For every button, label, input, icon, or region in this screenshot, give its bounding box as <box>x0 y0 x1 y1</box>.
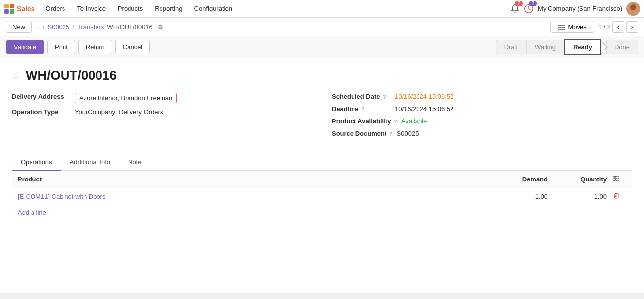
nav-to-invoice[interactable]: To Invoice <box>72 3 111 14</box>
row-demand-value[interactable]: 1.00 <box>488 193 547 200</box>
deadline-help-icon[interactable]: ? <box>361 106 365 112</box>
tab-additional-info[interactable]: Additional Info <box>61 154 119 171</box>
activity-count: 2 <box>529 1 537 6</box>
svg-rect-2 <box>4 9 9 14</box>
deadline-row: Deadline ? 10/16/2024 15:06:52 <box>332 105 632 113</box>
breadcrumb-right: Moves 1 / 2 ‹ › <box>550 21 638 33</box>
scheduled-date-label: Scheduled Date ? <box>332 93 391 100</box>
row-product-name[interactable]: [E-COM11] Cabinet with Doors <box>18 193 488 200</box>
gear-icon[interactable]: ⚙ <box>158 23 163 30</box>
print-button[interactable]: Print <box>47 40 75 54</box>
cancel-button[interactable]: Cancel <box>115 40 150 54</box>
col-header-demand: Demand <box>488 176 547 183</box>
new-button[interactable]: New <box>6 21 32 33</box>
prev-page-button[interactable]: ‹ <box>612 21 624 33</box>
scheduled-date-help-icon[interactable]: ? <box>383 94 386 100</box>
col-header-adjust[interactable] <box>607 175 626 184</box>
moves-label: Moves <box>568 23 586 30</box>
form-section: Delivery Address Azure Interior, Brandon… <box>12 93 632 142</box>
next-page-button[interactable]: › <box>626 21 638 33</box>
table-row: [E-COM11] Cabinet with Doors 1.00 1.00 <box>12 188 632 205</box>
status-done[interactable]: Done <box>606 40 638 54</box>
tabs-section: Operations Additional Info Note Product … <box>12 154 632 220</box>
status-ready[interactable]: Ready <box>564 39 601 55</box>
breadcrumb-transfers[interactable]: Transfers <box>77 23 104 30</box>
breadcrumb-ellipsis: ... <box>34 23 40 30</box>
operation-type-label: Operation Type <box>12 108 71 116</box>
svg-point-16 <box>615 180 616 181</box>
col-header-product: Product <box>18 176 488 183</box>
main-content: ☆ WH/OUT/00016 Delivery Address Azure In… <box>0 58 644 293</box>
delivery-address-row: Delivery Address Azure Interior, Brandon… <box>12 93 312 103</box>
breadcrumb-bar: New ... / S00025 / Transfers WH/OUT/0001… <box>0 18 644 36</box>
nav-configuration[interactable]: Configuration <box>190 3 237 14</box>
status-draft[interactable]: Draft <box>496 40 526 54</box>
availability-help-icon[interactable]: ? <box>394 119 397 124</box>
add-line-button[interactable]: Add a line <box>12 205 632 220</box>
svg-rect-1 <box>10 4 14 8</box>
user-avatar[interactable] <box>626 2 640 16</box>
svg-marker-10 <box>601 40 607 54</box>
moves-button[interactable]: Moves <box>550 21 594 33</box>
favorite-star-icon[interactable]: ☆ <box>12 70 21 82</box>
svg-rect-3 <box>10 9 14 14</box>
status-waiting[interactable]: Waiting <box>526 40 564 54</box>
action-bar: Validate Print Return Cancel Draft Waiti… <box>0 36 644 58</box>
source-document-value: S00025 <box>397 130 419 137</box>
top-nav: Sales Orders To Invoice Products Reporti… <box>0 0 644 18</box>
nav-orders[interactable]: Orders <box>41 3 70 14</box>
return-button[interactable]: Return <box>78 40 112 54</box>
source-document-row: Source Document ? S00025 <box>332 130 632 137</box>
nav-products[interactable]: Products <box>113 3 148 14</box>
table-section: Product Demand Quantity <box>12 171 632 220</box>
tabs-nav: Operations Additional Info Note <box>12 154 632 171</box>
source-document-label: Source Document ? <box>332 130 393 137</box>
scheduled-date-row: Scheduled Date ? 10/16/2024 15:06:52 <box>332 93 632 100</box>
form-right: Scheduled Date ? 10/16/2024 15:06:52 Dea… <box>332 93 632 142</box>
delivery-address-label: Delivery Address <box>12 93 71 100</box>
svg-point-15 <box>617 178 618 179</box>
tab-note[interactable]: Note <box>119 154 150 171</box>
product-availability-label: Product Availability ? <box>332 118 397 125</box>
row-quantity-value[interactable]: 1.00 <box>547 193 607 200</box>
breadcrumb-s00025[interactable]: S00025 <box>47 23 69 30</box>
form-left: Delivery Address Azure Interior, Brandon… <box>12 93 312 142</box>
app-logo[interactable]: Sales <box>4 3 35 14</box>
deadline-value[interactable]: 10/16/2024 15:06:52 <box>395 105 453 113</box>
notifications-btn[interactable]: 7 <box>510 4 520 14</box>
tab-operations[interactable]: Operations <box>12 154 61 171</box>
pagination: 1 / 2 ‹ › <box>598 21 638 33</box>
delivery-address-value[interactable]: Azure Interior, Brandon Freeman <box>75 93 177 103</box>
activity-btn[interactable]: 2 <box>524 4 534 14</box>
svg-point-5 <box>630 4 636 10</box>
nav-right: 7 2 My Company (San Francisco) <box>510 2 640 16</box>
record-title: WH/OUT/00016 <box>26 68 117 83</box>
breadcrumb-slash-1: / <box>43 23 45 30</box>
row-delete-btn[interactable] <box>607 192 626 201</box>
breadcrumb-slash-2: / <box>72 23 74 30</box>
pagination-text: 1 / 2 <box>598 23 611 30</box>
scheduled-date-value[interactable]: 10/16/2024 15:06:52 <box>395 93 453 100</box>
svg-point-6 <box>628 11 638 16</box>
nav-reporting[interactable]: Reporting <box>150 3 187 14</box>
source-doc-help-icon[interactable]: ? <box>389 131 393 137</box>
table-header: Product Demand Quantity <box>12 171 632 188</box>
deadline-label: Deadline ? <box>332 105 391 113</box>
company-name[interactable]: My Company (San Francisco) <box>538 5 622 12</box>
svg-rect-0 <box>4 4 9 8</box>
notifications-count: 7 <box>515 1 523 6</box>
app-name: Sales <box>17 5 35 13</box>
col-header-quantity: Quantity <box>547 176 607 183</box>
product-availability-value: Available <box>401 118 427 125</box>
operation-type-row: Operation Type YourCompany: Delivery Ord… <box>12 108 312 116</box>
operation-type-value: YourCompany: Delivery Orders <box>75 108 163 116</box>
product-availability-row: Product Availability ? Available <box>332 118 632 125</box>
breadcrumb-current: WH/OUT/00016 <box>107 23 152 30</box>
record-header: ☆ WH/OUT/00016 <box>12 68 632 83</box>
validate-button[interactable]: Validate <box>6 40 44 54</box>
svg-point-14 <box>614 176 616 178</box>
status-bar: Draft Waiting Ready Done <box>496 39 638 55</box>
